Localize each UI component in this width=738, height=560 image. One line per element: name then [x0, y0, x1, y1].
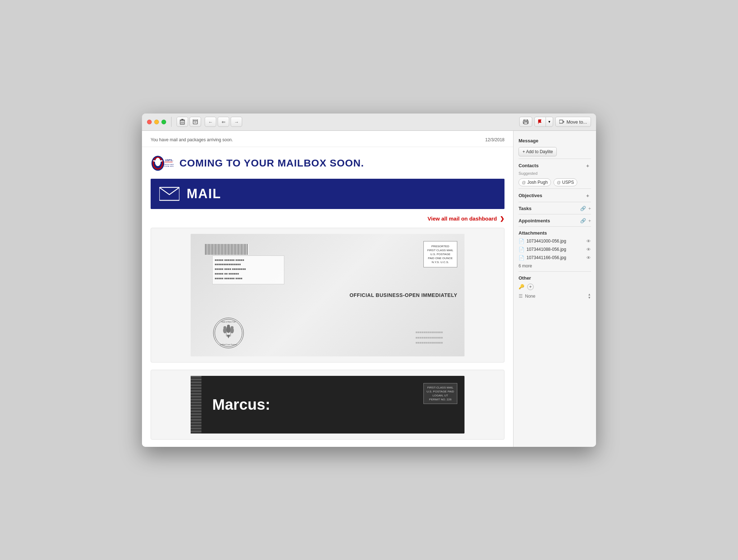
attachment-eye-1[interactable]: 👁: [586, 239, 591, 244]
print-button[interactable]: [519, 117, 532, 127]
message-title: Message: [519, 138, 538, 143]
contact-name-1: Josh Pugh: [527, 180, 548, 185]
dashboard-link-text: View all mail on dashboard: [428, 215, 497, 222]
dashboard-link[interactable]: View all mail on dashboard ❯: [142, 212, 513, 228]
main-layout: You have mail and packages arriving soon…: [142, 131, 596, 447]
objectives-title: Objectives: [519, 193, 542, 198]
attachment-eye-2[interactable]: 👁: [586, 247, 591, 252]
attachment-3-left: 📄 1073441166-056.jpg: [519, 255, 566, 261]
flag-main[interactable]: [535, 117, 546, 126]
divider-3: [519, 202, 591, 202]
email-preview-text: You have mail and packages arriving soon…: [151, 137, 233, 142]
stepper-down-icon[interactable]: ▼: [588, 296, 591, 299]
addr1: ■■■■■ ■■■■■■ ■■■■■: [215, 258, 282, 263]
back-all-button[interactable]: ⇐: [218, 117, 229, 127]
titlebar-right: ▼ Move to...: [519, 117, 591, 127]
address-lines: ■■■■■ ■■■■■■ ■■■■■ ■■■■■■■■■■■■■■■ ■■■■■…: [215, 258, 282, 281]
add-to-daylite-label: + Add to Daylite: [523, 149, 553, 154]
divider-5: [519, 226, 591, 227]
forward-button[interactable]: →: [231, 117, 242, 127]
delete-group: [177, 117, 201, 127]
objectives-section: Objectives +: [514, 190, 596, 200]
mail-image-inner: PRESORTED FIRST CLASS MAIL U.S. POSTAGE …: [191, 234, 464, 356]
contact-badge-1[interactable]: @ Josh Pugh: [519, 178, 551, 186]
contact-badges: @ Josh Pugh @ USPS: [519, 178, 591, 187]
svg-text:®: ®: [172, 160, 173, 162]
attachment-name-3: 1073441166-056.jpg: [526, 255, 566, 260]
svg-point-18: [156, 157, 159, 160]
attachment-eye-3[interactable]: 👁: [586, 255, 591, 261]
svg-text:POSTAL SERVICE: POSTAL SERVICE: [164, 165, 174, 167]
usps-header: USPS UNITED STATES POSTAL SERVICE ® COMI…: [142, 147, 513, 176]
email-date: 12/3/2018: [485, 137, 504, 142]
svg-rect-20: [164, 162, 172, 162]
attachments-header: Attachments: [519, 228, 591, 237]
tasks-link-icon[interactable]: 🔗: [580, 206, 586, 211]
divider-1: [519, 159, 591, 159]
svg-rect-1: [180, 120, 185, 120]
envelope-icon: [159, 186, 179, 202]
usps-logo-icon: USPS UNITED STATES POSTAL SERVICE ®: [151, 154, 174, 172]
svg-text:Unified Court System: Unified Court System: [220, 343, 237, 346]
ny-seal-icon: State of New York Unified Court System: [212, 317, 245, 349]
tasks-title: Tasks: [519, 206, 532, 211]
other-header: Other: [519, 273, 591, 282]
traffic-lights: [147, 120, 166, 124]
tasks-add-icon[interactable]: +: [588, 206, 591, 211]
svg-text:State of New York: State of New York: [221, 321, 236, 323]
stamp-text: PRESORTED FIRST CLASS MAIL U.S. POSTAGE …: [427, 244, 453, 265]
move-to-label: Move to...: [566, 119, 587, 125]
archive-button[interactable]: [190, 117, 201, 127]
flag-arrow[interactable]: ▼: [546, 117, 553, 126]
addr3: ■■■■■ ■■■■ ■■■■■■■■: [215, 267, 282, 272]
other-title: Other: [519, 275, 531, 281]
tasks-section: Tasks 🔗 +: [514, 204, 596, 213]
contact-badge-2[interactable]: @ USPS: [554, 178, 577, 186]
close-button[interactable]: [147, 120, 152, 124]
appointments-add-icon[interactable]: +: [588, 218, 591, 223]
maximize-button[interactable]: [161, 120, 166, 124]
appointments-section: Appointments 🔗 +: [514, 216, 596, 225]
addr4: ■■■■■ ■■ ■■■■■■: [215, 272, 282, 276]
at-icon-2: @: [557, 180, 561, 185]
move-to-button[interactable]: Move to...: [555, 117, 591, 127]
attachment-file-icon-3: 📄: [519, 255, 524, 261]
list-icon: ☰: [519, 293, 523, 299]
contacts-section: Contacts + Suggested @ Josh Pugh @ USPS: [514, 160, 596, 187]
back-button[interactable]: ←: [205, 117, 216, 127]
contacts-add-button[interactable]: +: [584, 163, 591, 169]
mail-stamp2: FIRST-CLASS MAIL U.S. POSTAGE PAID LOGAN…: [423, 383, 457, 404]
message-section: Message + Add to Daylite: [514, 136, 596, 156]
email-body: USPS UNITED STATES POSTAL SERVICE ® COMI…: [142, 147, 513, 440]
objectives-add-button[interactable]: +: [584, 192, 591, 199]
svg-rect-2: [181, 119, 183, 120]
contacts-header: Contacts +: [519, 160, 591, 170]
stamp2-text: FIRST-CLASS MAIL U.S. POSTAGE PAID LOGAN…: [427, 386, 454, 402]
add-to-daylite-button[interactable]: + Add to Daylite: [519, 147, 557, 156]
svg-text:UNITED STATES: UNITED STATES: [164, 163, 174, 165]
official-text: OFFICIAL BUSINESS-OPEN IMMEDIATELY: [350, 292, 457, 298]
attachment-1-left: 📄 1073441000-056.jpg: [519, 239, 566, 244]
toolbar-divider: [171, 117, 172, 127]
divider-4: [519, 214, 591, 214]
stepper-control[interactable]: ▲ ▼: [588, 293, 591, 299]
minimize-button[interactable]: [154, 120, 159, 124]
appointments-title: Appointments: [519, 218, 550, 223]
key-icon: 🔑: [519, 284, 524, 289]
more-attachments-link[interactable]: 6 more: [519, 262, 591, 270]
delete-button[interactable]: [177, 117, 188, 127]
usps-heading: COMING TO YOUR MAILBOX SOON.: [179, 157, 364, 169]
mail-stamp-area: PRESORTED FIRST CLASS MAIL U.S. POSTAGE …: [423, 241, 457, 268]
flag-button[interactable]: ▼: [534, 117, 553, 127]
addr2: ■■■■■■■■■■■■■■■: [215, 262, 282, 267]
nav-group: ← ⇐ →: [205, 117, 242, 127]
divider-6: [519, 271, 591, 272]
contacts-suggested: Suggested: [519, 170, 591, 178]
svg-point-32: [223, 326, 226, 329]
attachment-2-left: 📄 1073441088-056.jpg: [519, 247, 566, 252]
other-add-button[interactable]: +: [527, 284, 534, 290]
svg-rect-11: [524, 122, 528, 124]
attachment-name-1: 1073441000-056.jpg: [526, 239, 566, 244]
svg-point-34: [231, 326, 234, 329]
appointments-link-icon[interactable]: 🔗: [580, 218, 586, 223]
